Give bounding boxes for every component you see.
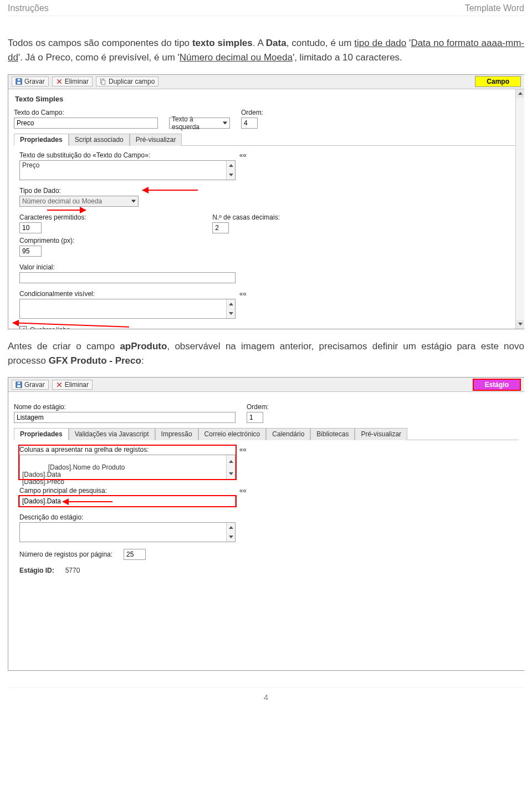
tipo-dado-select[interactable]: Número decimal ou Moeda <box>19 196 139 207</box>
valor-inicial-input[interactable] <box>19 272 236 283</box>
toolbar-1: Gravar Eliminar Duplicar campo Campo <box>8 75 524 89</box>
tab-bibliotecas[interactable]: Bibliotecas <box>310 428 355 440</box>
svg-rect-4 <box>102 80 105 85</box>
eliminar-button[interactable]: Eliminar <box>52 380 93 390</box>
ordem-input[interactable] <box>241 118 258 129</box>
duplicar-button[interactable]: Duplicar campo <box>96 77 158 86</box>
gravar-button[interactable]: Gravar <box>12 77 49 86</box>
tab-script[interactable]: Script associado <box>69 134 130 146</box>
svg-rect-7 <box>18 382 21 384</box>
scroll-up-icon[interactable] <box>226 455 235 467</box>
colunas-label: Colunas a apresentar na grelha de regist… <box>19 446 149 453</box>
caracteres-input[interactable] <box>19 222 42 233</box>
copy-icon <box>100 78 106 85</box>
num-registos-input[interactable] <box>124 549 146 560</box>
annotation-arrow <box>47 210 86 211</box>
casas-input[interactable] <box>212 222 229 233</box>
scroll-down-icon[interactable] <box>226 467 235 480</box>
expand-icon[interactable]: «« <box>235 151 247 160</box>
svg-rect-6 <box>17 385 21 388</box>
scroll-up-icon[interactable] <box>226 523 235 532</box>
tab-correio[interactable]: Correio electrónico <box>198 428 267 440</box>
estagio-badge: Estágio <box>473 379 521 391</box>
header-right: Template Word <box>465 3 524 13</box>
toolbar-2: Gravar Eliminar Estágio <box>8 378 524 392</box>
substituicao-input[interactable]: Preço <box>19 160 236 180</box>
quebrar-linha-checkbox[interactable] <box>19 326 27 329</box>
nome-estagio-input[interactable] <box>14 412 236 423</box>
campo-badge: Campo <box>475 76 521 87</box>
paragraph-1: Todos os campos são componentes do tipo … <box>8 36 524 65</box>
tab-pre-visualizar[interactable]: Pré-visualizar <box>130 134 182 146</box>
valor-inicial-label: Valor inicial: <box>19 263 513 271</box>
campo-pesquisa-input[interactable] <box>19 496 236 507</box>
tab-pre-visualizar-2[interactable]: Pré-visualizar <box>355 428 407 440</box>
annotation-arrow <box>142 190 198 191</box>
header-left: Instruções <box>8 3 49 13</box>
descricao-label: Descrição do estágio: <box>19 513 513 521</box>
num-registos-label: Número de registos por página: <box>19 551 112 558</box>
expand-icon[interactable]: «« <box>235 446 247 455</box>
expand-icon[interactable]: «« <box>235 290 247 299</box>
scroll-down-icon[interactable] <box>226 309 235 318</box>
texto-campo-input[interactable] <box>14 118 158 129</box>
ordem2-label: Ordem: <box>247 403 269 411</box>
eliminar-button[interactable]: Eliminar <box>52 77 93 86</box>
scroll-up-icon[interactable] <box>226 299 235 309</box>
tab-propriedades-2[interactable]: Propriedades <box>14 428 69 440</box>
disk-icon <box>16 78 22 85</box>
substituicao-label: Texto de substituição do «Texto do Campo… <box>19 151 150 159</box>
scroll-down-icon[interactable] <box>226 170 235 180</box>
colunas-input[interactable]: [Dados].Nome do Produto [Dados].Data [Da… <box>19 455 236 480</box>
caracteres-label: Caracteres permitidos: <box>19 213 86 221</box>
ordem2-input[interactable] <box>247 412 263 423</box>
texto-campo-label: Texto do Campo: <box>14 109 158 116</box>
delete-icon <box>56 78 63 85</box>
casas-label: N.º de casas decimais: <box>212 213 280 221</box>
scroll-down-icon[interactable] <box>226 532 235 542</box>
annotation-arrow <box>63 501 112 502</box>
estagio-id-value: 5770 <box>65 567 80 574</box>
tipo-dado-label: Tipo de Dado: <box>19 187 513 195</box>
tab-propriedades[interactable]: Propriedades <box>14 134 69 146</box>
page-number: 4 <box>8 687 524 702</box>
descricao-input[interactable] <box>19 522 236 542</box>
nome-estagio-label: Nome do estágio: <box>14 403 236 411</box>
expand-icon[interactable]: «« <box>235 487 247 496</box>
scroll-down-icon[interactable] <box>516 320 524 329</box>
paragraph-2: Antes de criar o campo apProduto, observ… <box>8 339 524 369</box>
scroll-up-icon[interactable] <box>516 89 524 98</box>
panel-scrollbar[interactable] <box>515 89 524 329</box>
comprimento-label: Comprimento (px): <box>19 237 513 244</box>
quebrar-linha-label: Quebrar linha <box>30 326 70 329</box>
field-type-title: Texto Simples <box>15 95 519 103</box>
delete-icon <box>56 381 63 388</box>
cond-visivel-input[interactable] <box>19 299 236 319</box>
disk-icon <box>16 381 22 388</box>
tab-validacoes[interactable]: Validações via Javascript <box>69 428 155 440</box>
tab-impressao[interactable]: Impressão <box>155 428 198 440</box>
comprimento-input[interactable] <box>19 246 42 257</box>
tab-calendario[interactable]: Calendário <box>266 428 310 440</box>
ordem-label: Ordem: <box>241 109 263 116</box>
estagio-id-label: Estágio ID: <box>19 567 54 574</box>
gravar-button[interactable]: Gravar <box>12 380 49 390</box>
alignment-select[interactable]: Texto à esquerda <box>169 118 230 129</box>
cond-visivel-label: Condicionalmente visível: <box>19 290 95 298</box>
svg-rect-2 <box>18 79 21 81</box>
svg-rect-1 <box>17 82 21 84</box>
scroll-up-icon[interactable] <box>226 161 235 170</box>
